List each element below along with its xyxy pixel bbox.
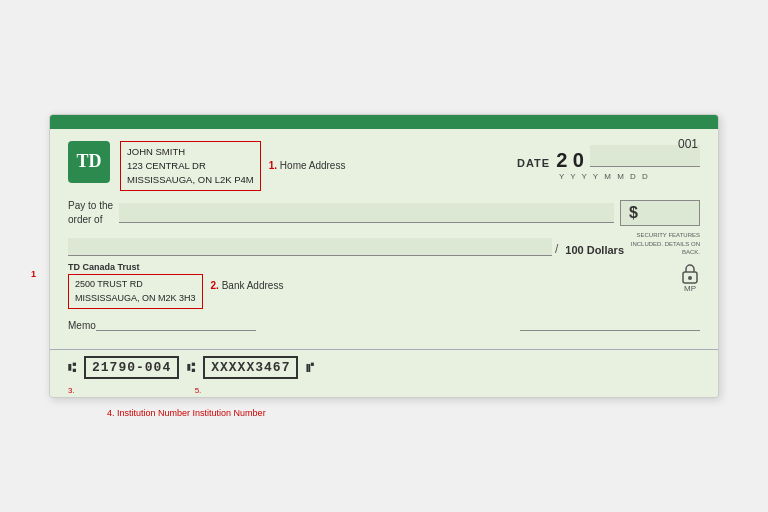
annotation-4-label: Institution Number xyxy=(117,408,190,418)
micr-line: ⑆ 21790-004 ⑆ XXXXX3467 ⑈ xyxy=(68,356,314,379)
date-row: DATE 2 0 xyxy=(517,145,700,170)
bank-address-box: 2500 TRUST RD MISSISSAUGA, ON M2K 3H3 xyxy=(68,274,203,309)
bank-address-line1: 2500 TRUST RD xyxy=(75,278,196,292)
micr-prefix-account: ⑆ xyxy=(187,360,195,375)
dollar-sign: $ xyxy=(629,204,638,222)
bank-address-block: TD Canada Trust 2500 TRUST RD MISSISSAUG… xyxy=(68,262,283,309)
account-number-box: XXXXX3467 xyxy=(203,356,298,379)
annotation-num-3: 3. xyxy=(68,386,75,395)
home-address-box: JOHN SMITH 123 CENTRAL DR MISSISSAUGA, O… xyxy=(120,141,261,192)
svg-point-1 xyxy=(688,276,692,280)
lock-icon-section: MP xyxy=(680,262,700,293)
amount-line xyxy=(68,238,552,256)
check: 001 TD JOHN SMITH 123 CENTRAL DR MISSISS… xyxy=(49,114,719,399)
date-format: Y Y Y Y M M D D xyxy=(559,172,650,181)
annotation-4: 4. Institution Number Institution Number xyxy=(107,408,266,418)
page-wrapper: 1 001 TD JOHN SMITH 123 xyxy=(0,0,768,512)
date-label: DATE xyxy=(517,157,550,169)
dollar-box: $ xyxy=(620,200,700,226)
date-value: 2 0 xyxy=(556,150,584,170)
check-row1: TD JOHN SMITH 123 CENTRAL DR MISSISSAUGA… xyxy=(68,141,700,192)
check-body: 001 TD JOHN SMITH 123 CENTRAL DR MISSISS… xyxy=(50,129,718,350)
written-dollars: 100 Dollars xyxy=(565,244,624,256)
home-address-text: Home Address xyxy=(280,160,346,171)
bottom-annotations: 3. 5. xyxy=(68,386,201,395)
logo-address-section: TD JOHN SMITH 123 CENTRAL DR MISSISSAUGA… xyxy=(68,141,345,192)
pay-label: Pay to the order of xyxy=(68,199,113,227)
bank-address-line2: MISSISSAUGA, ON M2K 3H3 xyxy=(75,292,196,306)
micr-section: ⑆ 21790-004 ⑆ XXXXX3467 ⑈ 3. 5. xyxy=(50,349,718,397)
signature-line xyxy=(520,315,700,331)
account-holder-address2: MISSISSAUGA, ON L2K P4M xyxy=(127,173,254,187)
home-address-num: 1. xyxy=(269,160,277,171)
written-amount-row: / 100 Dollars SECURITY FEATURES INCLUDED… xyxy=(68,231,700,256)
micr-prefix-transit: ⑆ xyxy=(68,360,76,375)
bank-address-num: 2. xyxy=(211,280,219,291)
transit-number-box: 21790-004 xyxy=(84,356,179,379)
lock-icon xyxy=(680,262,700,284)
account-holder-address1: 123 CENTRAL DR xyxy=(127,159,254,173)
mp-label: MP xyxy=(684,284,696,293)
check-number: 001 xyxy=(678,137,698,151)
check-top-bar xyxy=(50,115,718,129)
security-text: SECURITY FEATURES INCLUDED. DETAILS ON B… xyxy=(630,231,700,256)
slash: / xyxy=(555,242,558,256)
memo-row: Memo xyxy=(68,315,700,331)
account-holder-name: JOHN SMITH xyxy=(127,145,254,159)
pay-row: Pay to the order of $ xyxy=(68,199,700,227)
date-section: DATE 2 0 Y Y Y Y M M D D xyxy=(517,145,700,181)
annotation-4-num: 4. xyxy=(107,408,115,418)
pay-line xyxy=(119,203,614,223)
bank-name: TD Canada Trust xyxy=(68,262,203,272)
micr-suffix: ⑈ xyxy=(306,360,314,375)
bank-address-text: Bank Address xyxy=(222,280,284,291)
home-address-label: 1. Home Address xyxy=(269,160,346,171)
memo-section: Memo xyxy=(68,315,256,331)
bank-address-label: 2. Bank Address xyxy=(211,280,284,291)
td-logo: TD xyxy=(68,141,110,183)
memo-line xyxy=(96,315,256,331)
memo-label: Memo xyxy=(68,320,96,331)
bank-info: TD Canada Trust 2500 TRUST RD MISSISSAUG… xyxy=(68,262,203,309)
annotation-num-5: 5. xyxy=(195,386,202,395)
side-annotation-1: 1 xyxy=(31,269,36,279)
bank-address-row: TD Canada Trust 2500 TRUST RD MISSISSAUG… xyxy=(68,262,700,309)
home-address-block: JOHN SMITH 123 CENTRAL DR MISSISSAUGA, O… xyxy=(120,141,345,192)
